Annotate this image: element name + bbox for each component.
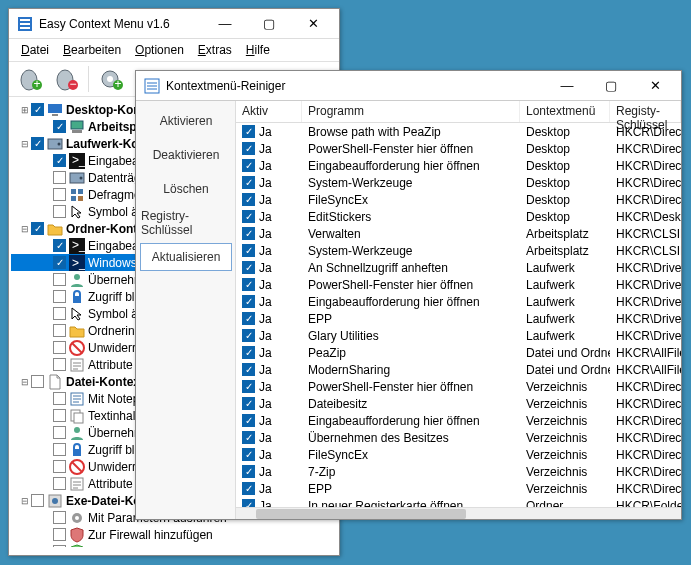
action-löschen[interactable]: Löschen: [140, 175, 232, 203]
expander-icon[interactable]: ⊟: [19, 376, 31, 388]
row-checkbox[interactable]: [242, 261, 255, 274]
row-checkbox[interactable]: [242, 295, 255, 308]
expander-icon[interactable]: [41, 546, 53, 548]
grid-row[interactable]: JaSystem-WerkzeugeDesktopHKCR\Directory: [236, 174, 681, 191]
grid-row[interactable]: JaFileSyncExVerzeichnisHKCR\Directory: [236, 446, 681, 463]
expander-icon[interactable]: [41, 512, 53, 524]
expander-icon[interactable]: [41, 240, 53, 252]
action-deaktivieren[interactable]: Deaktivieren: [140, 141, 232, 169]
tree-checkbox[interactable]: [31, 103, 44, 116]
tree-checkbox[interactable]: [53, 290, 66, 303]
expander-icon[interactable]: [41, 257, 53, 269]
tree-checkbox[interactable]: [53, 324, 66, 337]
row-checkbox[interactable]: [242, 448, 255, 461]
tree-checkbox[interactable]: [53, 171, 66, 184]
tree-checkbox[interactable]: [53, 341, 66, 354]
tree-checkbox[interactable]: [31, 375, 44, 388]
row-checkbox[interactable]: [242, 210, 255, 223]
row-checkbox[interactable]: [242, 431, 255, 444]
row-checkbox[interactable]: [242, 312, 255, 325]
expander-icon[interactable]: ⊟: [19, 495, 31, 507]
expander-icon[interactable]: [41, 274, 53, 286]
grid-body[interactable]: JaBrowse path with PeaZipDesktopHKCR\Dir…: [236, 123, 681, 507]
row-checkbox[interactable]: [242, 193, 255, 206]
grid-row[interactable]: JaEingabeaufforderung hier öffnenDesktop…: [236, 157, 681, 174]
tree-checkbox[interactable]: [53, 273, 66, 286]
expander-icon[interactable]: [41, 342, 53, 354]
expander-icon[interactable]: [41, 393, 53, 405]
expander-icon[interactable]: [41, 291, 53, 303]
tree-checkbox[interactable]: [53, 477, 66, 490]
menu-hilfe[interactable]: Hilfe: [240, 41, 276, 59]
grid-row[interactable]: JaVerwaltenArbeitsplatzHKCR\CLSID: [236, 225, 681, 242]
grid-row[interactable]: JaEPPLaufwerkHKCR\Drive\: [236, 310, 681, 327]
row-checkbox[interactable]: [242, 244, 255, 257]
expander-icon[interactable]: [41, 444, 53, 456]
grid-row[interactable]: JaPeaZipDatei und OrdnerHKCR\AllFiles: [236, 344, 681, 361]
grid-row[interactable]: Ja7-ZipVerzeichnisHKCR\Directory: [236, 463, 681, 480]
grid-row[interactable]: JaEditStickersDesktopHKCR\Desktop: [236, 208, 681, 225]
grid-row[interactable]: JaEingabeaufforderung hier öffnenVerzeic…: [236, 412, 681, 429]
menu-extras[interactable]: Extras: [192, 41, 238, 59]
tree-checkbox[interactable]: [53, 205, 66, 218]
expander-icon[interactable]: [41, 478, 53, 490]
grid-row[interactable]: JaPowerShell-Fenster hier öffnenLaufwerk…: [236, 276, 681, 293]
cleaner-minimize-button[interactable]: —: [545, 72, 589, 100]
expander-icon[interactable]: ⊞: [19, 104, 31, 116]
grid-row[interactable]: JaPowerShell-Fenster hier öffnenDesktopH…: [236, 140, 681, 157]
expander-icon[interactable]: [41, 121, 53, 133]
tree-checkbox[interactable]: [53, 528, 66, 541]
tree-checkbox[interactable]: [53, 392, 66, 405]
tree-checkbox[interactable]: [53, 154, 66, 167]
expander-icon[interactable]: [41, 189, 53, 201]
expander-icon[interactable]: [41, 359, 53, 371]
row-checkbox[interactable]: [242, 397, 255, 410]
col-active[interactable]: Aktiv: [236, 101, 302, 122]
action-registry-schlüssel[interactable]: Registry-Schlüssel: [140, 209, 232, 237]
tree-checkbox[interactable]: [53, 307, 66, 320]
tree-checkbox[interactable]: [53, 545, 66, 547]
expander-icon[interactable]: ⊟: [19, 138, 31, 150]
expander-icon[interactable]: [41, 529, 53, 541]
tree-checkbox[interactable]: [53, 460, 66, 473]
expander-icon[interactable]: [41, 461, 53, 473]
menu-datei[interactable]: Datei: [15, 41, 55, 59]
col-context[interactable]: Lontextmenü: [520, 101, 610, 122]
grid-row[interactable]: JaDateibesitzVerzeichnisHKCR\Directory: [236, 395, 681, 412]
row-checkbox[interactable]: [242, 346, 255, 359]
row-checkbox[interactable]: [242, 159, 255, 172]
grid-row[interactable]: JaAn Schnellzugriff anheftenLaufwerkHKCR…: [236, 259, 681, 276]
row-checkbox[interactable]: [242, 227, 255, 240]
row-checkbox[interactable]: [242, 482, 255, 495]
tree-checkbox[interactable]: [53, 239, 66, 252]
grid-row[interactable]: JaEingabeaufforderung hier öffnenLaufwer…: [236, 293, 681, 310]
expander-icon[interactable]: [41, 410, 53, 422]
cleaner-maximize-button[interactable]: ▢: [589, 72, 633, 100]
tree-checkbox[interactable]: [31, 222, 44, 235]
grid-row[interactable]: JaFileSyncExDesktopHKCR\Directory: [236, 191, 681, 208]
grid-row[interactable]: JaPowerShell-Fenster hier öffnenVerzeich…: [236, 378, 681, 395]
tree-checkbox[interactable]: [53, 256, 66, 269]
row-checkbox[interactable]: [242, 465, 255, 478]
row-checkbox[interactable]: [242, 142, 255, 155]
expander-icon[interactable]: [41, 206, 53, 218]
toolbar-mouse-remove[interactable]: −: [49, 64, 83, 94]
grid-row[interactable]: JaEPPVerzeichnisHKCR\Directory: [236, 480, 681, 497]
tree-row[interactable]: Zur Firewall hinzufügen: [11, 526, 337, 543]
grid-row[interactable]: JaModernSharingDatei und OrdnerHKCR\AllF…: [236, 361, 681, 378]
tree-checkbox[interactable]: [53, 409, 66, 422]
grid-row[interactable]: JaBrowse path with PeaZipDesktopHKCR\Dir…: [236, 123, 681, 140]
close-button[interactable]: ✕: [291, 10, 335, 38]
minimize-button[interactable]: —: [203, 10, 247, 38]
expander-icon[interactable]: [41, 155, 53, 167]
toolbar-gear-add[interactable]: +: [94, 64, 128, 94]
toolbar-mouse-add[interactable]: +: [13, 64, 47, 94]
row-checkbox[interactable]: [242, 125, 255, 138]
maximize-button[interactable]: ▢: [247, 10, 291, 38]
tree-row[interactable]: Aus Firewall löschen: [11, 543, 337, 547]
tree-checkbox[interactable]: [53, 511, 66, 524]
grid-row[interactable]: JaGlary UtilitiesLaufwerkHKCR\Drive\: [236, 327, 681, 344]
col-registry[interactable]: Registy-Schlüssel: [610, 101, 681, 122]
row-checkbox[interactable]: [242, 414, 255, 427]
tree-checkbox[interactable]: [53, 443, 66, 456]
